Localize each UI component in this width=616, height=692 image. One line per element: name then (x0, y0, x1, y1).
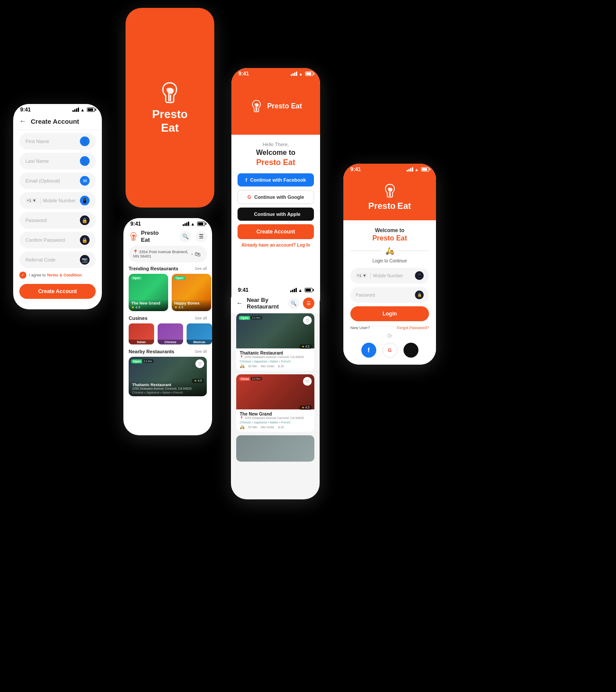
google-icon: G (247, 194, 251, 200)
create-account-button[interactable]: Create Account (238, 224, 314, 239)
last-name-icon: 👤 (80, 156, 90, 166)
delivery-icon: 🛵 (240, 425, 245, 429)
restaurant-card-2[interactable]: Close 2.1 Km ♡ ★ 4.5 The New Grand 📍 225… (236, 374, 314, 432)
nearby-see-all[interactable]: See all (195, 349, 207, 354)
confirm-password-icon: 🔒 (80, 235, 90, 245)
nearby-title: Nearby Restaurants (129, 349, 174, 354)
apple-btn-label: Continue with Apple (254, 212, 301, 217)
restaurant-heart-2[interactable]: ♡ (303, 377, 312, 386)
google-login-button[interactable]: G Continue with Google (238, 190, 314, 204)
restaurant-card-1[interactable]: Open 2.1 Km ♡ ★ 4.5 Thaitanic Restaurant… (236, 313, 314, 371)
facebook-icon: f (245, 177, 247, 183)
password-field-icon: 🔒 (415, 290, 424, 299)
phone-login: 9:41 ▲ Presto Eat Welcome to Presto Ea (343, 164, 436, 365)
google-btn-label: Continue with Google (254, 194, 304, 200)
restaurant-name-1: Thaitanic Restaurant (240, 351, 311, 355)
nearby-restaurant-name: Thaitanic Restaurant (132, 383, 203, 387)
search-icon[interactable]: 🔍 (180, 231, 191, 242)
signal-icon (407, 167, 413, 172)
phone-flag: +1 ▼ (25, 198, 38, 203)
delivery-icon: 🛵 (240, 364, 245, 368)
location-bar[interactable]: 📍 3354 Post Avenue Brainerd, MN 56401 › … (129, 246, 207, 262)
menu-icon[interactable]: ☰ (303, 298, 314, 309)
delivery-bike-icon: 🛵 (385, 247, 394, 255)
apple-login-icon[interactable] (403, 343, 418, 358)
back-arrow-icon[interactable]: ← (19, 117, 26, 125)
login-brand-text: Presto Eat (350, 234, 429, 242)
trending-card-1[interactable]: Open The New Grand ★ 4.5 (129, 274, 168, 311)
trending-see-all[interactable]: See all (195, 266, 207, 271)
phone-login-field[interactable]: +1 ▼ | Mobile Number 📱 (350, 268, 429, 283)
login-submit-button[interactable]: Login (350, 306, 429, 321)
restaurant-heart-1[interactable]: ♡ (303, 316, 312, 325)
confirm-password-placeholder: Confirm Password (25, 237, 80, 243)
trending-card-2[interactable]: Open Happy Bones ★ 4.5 (172, 274, 211, 311)
cart-icon[interactable]: 🛍 (193, 248, 202, 260)
battery-icon (87, 108, 95, 112)
email-placeholder: Email (Optional) (25, 178, 80, 183)
login-continue-text: Login to Continue (350, 258, 429, 263)
facebook-login-button[interactable]: f Continue with Facebook (238, 173, 314, 186)
nearby-status-icons: ▲ (290, 288, 313, 293)
last-name-field[interactable]: Last Name 👤 (19, 153, 96, 169)
battery-icon (421, 167, 429, 172)
status-bar-create: 9:41 ▲ (13, 104, 102, 114)
google-login-icon[interactable]: G (382, 343, 397, 358)
nearby-restaurant-card[interactable]: ♡ Open 2.1 Km ★ 4.5 Thaitanic Restaurant… (129, 357, 207, 396)
first-name-field[interactable]: First Name 👤 (19, 133, 96, 150)
nearby-header: Nearby Restaurants See all (123, 349, 212, 357)
wifi-icon: ▲ (299, 72, 303, 76)
menu-icon[interactable]: ☰ (195, 231, 207, 242)
splash-logo-line1: Presto (152, 108, 188, 121)
nearby-heart-icon[interactable]: ♡ (195, 359, 204, 368)
mobile-placeholder: Mobile Number (43, 198, 80, 203)
trend-card-rating-1: ★ 4.5 (131, 305, 166, 309)
home-logo-line2: Eat (141, 237, 159, 244)
restaurant-meta-1: 🛵 30 Min Min Order $ 20 (240, 364, 311, 368)
mobile-field[interactable]: +1 ▼ | Mobile Number 📱 (19, 192, 96, 209)
phone-field-icon: 📱 (415, 271, 424, 280)
restaurant-card-3[interactable] (236, 435, 314, 462)
cuisine-mexican[interactable]: Maxican (187, 323, 212, 344)
phone-create-account: 9:41 ▲ ← Create Account First Name 👤 Las… (13, 104, 102, 309)
password-login-field[interactable]: Password 🔒 (350, 287, 429, 303)
terms-checkbox[interactable]: ✓ (19, 272, 26, 279)
cuisine-italian[interactable]: Italian (129, 323, 154, 344)
terms-link[interactable]: Terms & Condition (47, 273, 82, 277)
facebook-login-icon[interactable]: f (361, 343, 376, 358)
wifi-icon: ▲ (414, 167, 419, 172)
cuisines-see-all[interactable]: See all (195, 316, 207, 320)
home-status-time: 9:41 (130, 221, 141, 227)
email-icon: ✉ (80, 176, 90, 186)
nearby-overlay: Thaitanic Restaurant 2250 Delaware Avenu… (129, 380, 207, 396)
restaurant-tags-1: Chinese • Japanese • Italian • French (240, 360, 311, 363)
login-orange-header: Presto Eat (343, 173, 436, 220)
welcome-logo-line1: Presto Eat (267, 102, 302, 110)
referral-field[interactable]: Referral Code 📷 (19, 251, 96, 268)
create-account-submit-button[interactable]: Create Account (19, 284, 96, 299)
login-link[interactable]: Log In (297, 243, 310, 247)
restaurant-rating-2: ★ 4.5 (299, 405, 312, 410)
location-text: 3354 Post Avenue Brainerd, MN 56401 (133, 250, 188, 258)
home-status-icons: ▲ (183, 222, 205, 226)
cuisine-label-chinese: Chinese (158, 340, 183, 344)
min-order-label: Min Order (261, 365, 274, 368)
confirm-password-field[interactable]: Confirm Password 🔒 (19, 232, 96, 248)
back-arrow-icon[interactable]: ← (236, 299, 243, 307)
login-content: Welcome to Presto Eat 🛵 Login to Continu… (343, 220, 436, 365)
status-time: 9:41 (238, 71, 249, 77)
email-field[interactable]: Email (Optional) ✉ (19, 172, 96, 189)
wifi-icon: ▲ (298, 288, 303, 293)
cuisine-chinese[interactable]: Chinese (158, 323, 183, 344)
apple-login-button[interactable]: Continue with Apple (238, 208, 314, 221)
cuisines-row: Italian Chinese Maxican (123, 323, 212, 349)
search-icon[interactable]: 🔍 (288, 298, 299, 309)
login-divider: 🛵 (350, 247, 429, 255)
password-field[interactable]: Password 🔒 (19, 212, 96, 229)
delivery-time-2: 30 Min (248, 426, 257, 429)
phone-welcome: 9:41 ▲ Presto Eat Hello There, Welcome t… (231, 68, 320, 314)
restaurant-rating-1: ★ 4.5 (299, 344, 312, 349)
password-placeholder: Password (25, 218, 80, 223)
forgot-password-link[interactable]: Forgot Password? (397, 326, 429, 330)
login-welcome-text: Welcome to (350, 227, 429, 233)
